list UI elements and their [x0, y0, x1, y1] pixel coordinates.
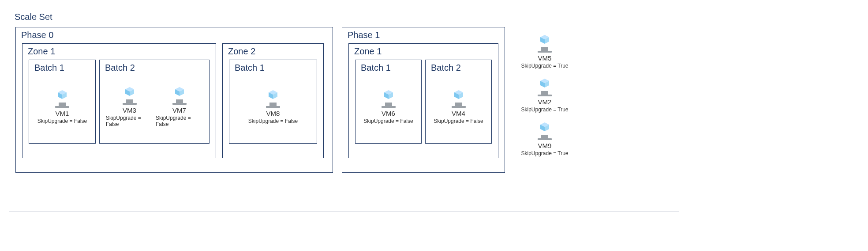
phase0-zone1-title: Zone 1 — [28, 46, 55, 57]
phase-0-title: Phase 0 — [21, 30, 53, 40]
vm-icon — [531, 119, 558, 141]
vm-name: VM1 — [56, 110, 69, 117]
vm-attr: SkipUpgrade = False — [156, 115, 203, 127]
phase0-zone2-batch1: Batch 1 VM8 SkipUpgrade = False — [229, 60, 317, 144]
vm-icon — [445, 87, 472, 109]
phase0-zone1-batch2: Batch 2 VM3 SkipUpgrade = False VM7 Skip… — [99, 60, 210, 144]
vm-name: VM4 — [452, 110, 465, 117]
batch-title: Batch 2 — [105, 63, 135, 73]
vm-item: VM8 SkipUpgrade = False — [247, 87, 299, 124]
vm-name: VM2 — [538, 98, 552, 106]
vm-item: VM4 SkipUpgrade = False — [432, 87, 485, 124]
vm-icon — [531, 75, 558, 97]
vm-name: VM6 — [382, 110, 395, 117]
vm-icon — [260, 87, 286, 109]
vm-attr: SkipUpgrade = False — [434, 118, 483, 124]
vm-item: VM7 SkipUpgrade = False — [156, 84, 203, 127]
batch-title: Batch 1 — [361, 63, 391, 73]
vm-item: VM6 SkipUpgrade = False — [362, 87, 415, 124]
vm-item: VM1 SkipUpgrade = False — [36, 87, 89, 124]
vm-attr: SkipUpgrade = False — [363, 118, 413, 124]
vm-icon — [49, 87, 75, 109]
vm-item: VM2 SkipUpgrade = True — [518, 75, 571, 113]
phase1-zone1: Zone 1 Batch 1 VM6 SkipUpgrade = False B… — [348, 43, 498, 158]
vm-name: VM3 — [123, 106, 136, 114]
phase1-zone1-title: Zone 1 — [354, 46, 382, 57]
vm-name: VM7 — [172, 106, 186, 114]
vm-icon — [375, 87, 402, 109]
vm-attr: SkipUpgrade = False — [248, 118, 298, 124]
phase0-zone1-batch1: Batch 1 VM1 SkipUpgrade = False — [29, 60, 96, 144]
phase0-zone2: Zone 2 Batch 1 VM8 SkipUpgrade = False — [222, 43, 324, 158]
vm-attr: SkipUpgrade = True — [521, 106, 568, 113]
phase-1-title: Phase 1 — [348, 30, 380, 40]
vm-attr: SkipUpgrade = False — [37, 118, 87, 124]
vm-icon — [116, 84, 143, 106]
vm-name: VM5 — [538, 54, 552, 62]
vm-attr: SkipUpgrade = False — [106, 115, 153, 127]
scale-set-container: Scale Set Phase 0 Zone 1 Batch 1 VM1 Ski… — [9, 9, 679, 212]
vm-item: VM9 SkipUpgrade = True — [518, 119, 571, 156]
phase0-zone1: Zone 1 Batch 1 VM1 SkipUpgrade = False B… — [22, 43, 216, 158]
vm-name: VM9 — [538, 142, 552, 149]
vm-item: VM5 SkipUpgrade = True — [518, 31, 571, 69]
vm-icon — [166, 84, 193, 106]
phase-1: Phase 1 Zone 1 Batch 1 VM6 SkipUpgrade =… — [342, 27, 505, 173]
phase0-zone2-title: Zone 2 — [228, 46, 255, 57]
vm-item: VM3 SkipUpgrade = False — [106, 84, 153, 127]
vm-attr: SkipUpgrade = True — [521, 150, 568, 156]
scale-set-title: Scale Set — [15, 12, 52, 22]
vm-icon — [531, 31, 558, 53]
phase1-zone1-batch2: Batch 2 VM4 SkipUpgrade = False — [425, 60, 492, 144]
phase1-zone1-batch1: Batch 1 VM6 SkipUpgrade = False — [355, 60, 422, 144]
batch-title: Batch 2 — [431, 63, 461, 73]
vm-name: VM8 — [266, 110, 280, 117]
side-vm-list: VM5 SkipUpgrade = True VM2 SkipUpgrade =… — [518, 31, 571, 156]
phase-0: Phase 0 Zone 1 Batch 1 VM1 SkipUpgrade =… — [15, 27, 333, 173]
vm-attr: SkipUpgrade = True — [521, 63, 568, 69]
batch-title: Batch 1 — [235, 63, 265, 73]
batch-title: Batch 1 — [34, 63, 64, 73]
